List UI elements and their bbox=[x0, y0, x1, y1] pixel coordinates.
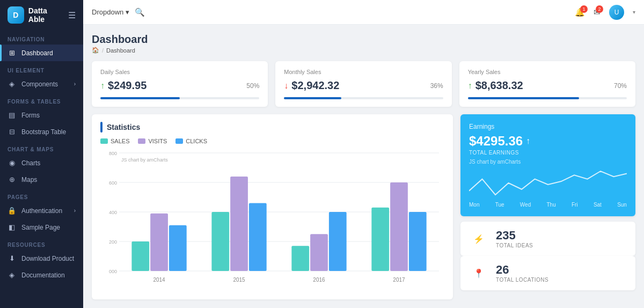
stat-bar-container bbox=[284, 97, 443, 99]
total-ideas-card: ⚡ 235 TOTAL IDEAS bbox=[460, 222, 635, 256]
sidebar-item-bootstrap-table[interactable]: ⊟Bootstrap Table bbox=[0, 123, 83, 140]
legend-color-dot bbox=[175, 138, 183, 144]
earnings-sublabel: TOTAL EARNINGS bbox=[469, 150, 627, 156]
svg-rect-11 bbox=[150, 214, 168, 271]
svg-text:2015: 2015 bbox=[233, 277, 245, 283]
chevron-down-icon: ▾ bbox=[126, 8, 129, 16]
svg-text:600: 600 bbox=[109, 180, 117, 186]
charts-icon: ◉ bbox=[8, 159, 16, 167]
stat-arrow-icon: ↑ bbox=[100, 81, 105, 91]
notifications-button[interactable]: 🔔 1 bbox=[575, 8, 585, 17]
svg-text:JS chart by amCharts: JS chart by amCharts bbox=[121, 157, 168, 163]
chevron-icon: › bbox=[74, 208, 76, 214]
earnings-value: $4295.36 bbox=[469, 134, 523, 149]
app-name: Datta Able bbox=[28, 6, 64, 24]
svg-text:200: 200 bbox=[109, 239, 117, 245]
svg-rect-16 bbox=[249, 203, 267, 272]
download-product-icon: ⬇ bbox=[8, 254, 16, 262]
stat-value: $2,942.32 bbox=[291, 79, 339, 92]
svg-rect-10 bbox=[131, 241, 149, 271]
svg-text:2014: 2014 bbox=[153, 277, 165, 283]
page-title: Dashboard bbox=[92, 33, 635, 46]
total-locations-info: 26 TOTAL LOCATIONS bbox=[496, 264, 548, 283]
stats-row: Daily Sales ↑ $249.95 50% Monthly Sales … bbox=[92, 61, 635, 107]
sidebar-nav: NAVIGATION⊞DashboardUI ELEMENT◈Component… bbox=[0, 30, 83, 283]
breadcrumb-home[interactable]: 🏠 bbox=[92, 47, 99, 54]
total-ideas-label: TOTAL IDEAS bbox=[496, 243, 533, 248]
main-area: Dropdown ▾ 🔍 🔔 1 ✉ 2 U ▾ Dashboard 🏠 / D… bbox=[83, 0, 644, 308]
messages-button[interactable]: ✉ 2 bbox=[594, 8, 601, 17]
sidebar-section-label: RESOURCES bbox=[0, 236, 83, 250]
chevron-down-icon-user: ▾ bbox=[633, 9, 635, 15]
sidebar-item-maps[interactable]: ⊕Maps bbox=[0, 171, 83, 188]
sidebar-item-forms[interactable]: ▤Forms bbox=[0, 107, 83, 123]
sidebar-item-charts[interactable]: ◉Charts bbox=[0, 155, 83, 171]
stat-value-row: ↑ $249.95 50% bbox=[100, 79, 259, 92]
sidebar-item-label: Dashboard bbox=[21, 49, 53, 57]
stat-percent: 36% bbox=[430, 82, 443, 90]
stat-card-1: Monthly Sales ↓ $2,942.32 36% bbox=[275, 61, 451, 107]
sidebar-item-components[interactable]: ◈Components› bbox=[0, 76, 83, 92]
svg-rect-15 bbox=[230, 177, 248, 271]
chart-left-bar bbox=[100, 122, 103, 133]
total-locations-label: TOTAL LOCATIONS bbox=[496, 277, 548, 283]
svg-text:800: 800 bbox=[109, 151, 117, 156]
earnings-card: Earnings $4295.36 ↑ TOTAL EARNINGS JS ch… bbox=[460, 114, 635, 216]
stat-percent: 50% bbox=[246, 82, 259, 90]
day-label: Tue bbox=[495, 202, 504, 208]
statistics-title: Statistics bbox=[107, 123, 140, 131]
legend-item-visits: VISITS bbox=[138, 138, 167, 144]
forms-icon: ▤ bbox=[8, 111, 16, 119]
search-button[interactable]: 🔍 bbox=[135, 8, 145, 17]
sidebar-item-documentation[interactable]: ◈Documentation bbox=[0, 267, 83, 283]
chart-legend: SALES VISITS CLICKS bbox=[100, 138, 444, 144]
topbar-right: 🔔 1 ✉ 2 U ▾ bbox=[575, 5, 635, 20]
total-ideas-icon: ⚡ bbox=[469, 229, 488, 248]
day-label: Thu bbox=[546, 202, 555, 208]
sidebar-section-label: NAVIGATION bbox=[0, 30, 83, 45]
earnings-label: Earnings bbox=[469, 123, 627, 130]
stat-bar bbox=[100, 97, 180, 99]
svg-rect-24 bbox=[409, 212, 427, 271]
sidebar-item-label: Charts bbox=[21, 159, 40, 167]
day-label: Wed bbox=[520, 202, 531, 208]
total-locations-icon: 📍 bbox=[469, 263, 488, 283]
total-locations-count: 26 bbox=[496, 264, 548, 276]
stat-percent: 70% bbox=[614, 82, 627, 90]
sidebar-item-dashboard[interactable]: ⊞Dashboard bbox=[0, 45, 83, 61]
authentication-icon: 🔒 bbox=[8, 207, 16, 215]
svg-rect-22 bbox=[371, 208, 389, 271]
svg-rect-12 bbox=[169, 225, 187, 271]
stat-value: $249.95 bbox=[108, 79, 147, 92]
topbar-dropdown[interactable]: Dropdown ▾ bbox=[92, 8, 129, 16]
total-ideas-count: 235 bbox=[496, 230, 533, 241]
sidebar-toggle-button[interactable]: ☰ bbox=[68, 10, 76, 20]
legend-color-dot bbox=[138, 138, 145, 144]
sidebar-item-label: Download Product bbox=[21, 255, 74, 262]
total-locations-card: 📍 26 TOTAL LOCATIONS bbox=[460, 256, 635, 290]
sidebar-item-download-product[interactable]: ⬇Download Product bbox=[0, 250, 83, 267]
user-avatar[interactable]: U bbox=[609, 5, 624, 20]
sidebar-item-label: Documentation bbox=[21, 272, 65, 279]
components-icon: ◈ bbox=[8, 80, 16, 88]
stat-label: Daily Sales bbox=[100, 69, 259, 75]
svg-text:2016: 2016 bbox=[313, 277, 325, 283]
stat-arrow-icon: ↓ bbox=[284, 81, 288, 91]
sidebar-item-sample-page[interactable]: ◧Sample Page bbox=[0, 219, 83, 236]
stat-label: Yearly Sales bbox=[468, 69, 627, 75]
legend-label: CLICKS bbox=[186, 138, 207, 144]
sidebar-item-label: Authentication bbox=[21, 207, 62, 215]
sidebar-item-label: Bootstrap Table bbox=[21, 128, 66, 136]
svg-rect-19 bbox=[310, 234, 328, 271]
chevron-icon: › bbox=[74, 81, 76, 87]
stat-value: $8,638.32 bbox=[475, 79, 523, 92]
svg-rect-14 bbox=[211, 212, 229, 271]
main-content: Dashboard 🏠 / Dashboard Daily Sales ↑ $2… bbox=[83, 25, 644, 308]
active-bar bbox=[0, 45, 2, 61]
stat-bar bbox=[468, 97, 579, 99]
sidebar-item-authentication[interactable]: 🔒Authentication› bbox=[0, 202, 83, 219]
stat-bar bbox=[284, 97, 341, 99]
earnings-sparkline-svg bbox=[469, 167, 627, 199]
day-label: Sun bbox=[617, 202, 627, 208]
svg-text:000: 000 bbox=[109, 269, 117, 274]
